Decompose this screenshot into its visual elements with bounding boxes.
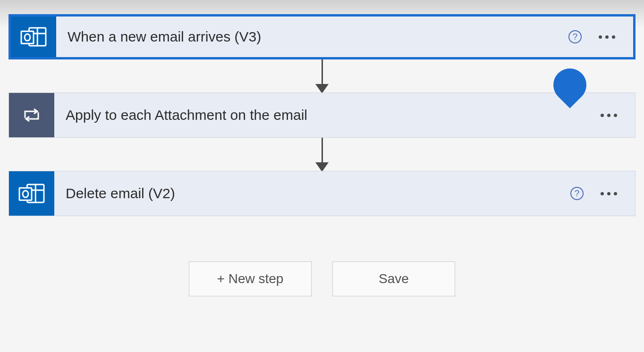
step-actions: ? (570, 187, 635, 200)
delete-email-step-card[interactable]: Delete email (V2) ? (8, 171, 636, 216)
connector-arrow (322, 59, 323, 92)
more-menu-icon[interactable] (597, 110, 621, 121)
help-icon[interactable]: ? (570, 187, 584, 200)
outlook-icon (9, 171, 54, 216)
more-menu-icon[interactable] (597, 188, 621, 199)
help-icon[interactable]: ? (568, 30, 582, 43)
step-title: When a new email arrives (V3) (56, 29, 568, 45)
save-button[interactable]: Save (332, 261, 455, 296)
apply-to-each-icon (21, 105, 42, 126)
flow-designer: When a new email arrives (V3) ? Apply to… (8, 14, 636, 296)
step-title: Delete email (V2) (54, 185, 570, 201)
trigger-step-card[interactable]: When a new email arrives (V3) ? (8, 14, 636, 59)
footer-actions: + New step Save (189, 261, 455, 296)
more-menu-icon[interactable] (595, 32, 619, 42)
apply-to-each-step-card[interactable]: Apply to each Attachment on the email (8, 92, 636, 138)
new-step-button[interactable]: + New step (189, 261, 312, 296)
outlook-connector-icon (18, 181, 45, 206)
outlook-connector-icon (20, 25, 47, 49)
svg-rect-3 (21, 31, 34, 43)
connector-arrow (322, 138, 323, 171)
step-actions: ? (568, 30, 633, 43)
step-title: Apply to each Attachment on the email (54, 107, 597, 123)
loop-icon (9, 93, 54, 137)
step-actions (597, 110, 635, 121)
svg-rect-8 (19, 188, 32, 200)
outlook-icon (11, 17, 56, 57)
